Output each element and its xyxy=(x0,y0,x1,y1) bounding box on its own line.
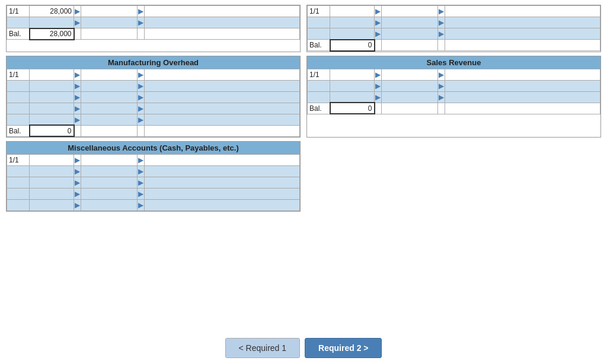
empty-cell xyxy=(445,103,600,114)
empty-cell xyxy=(382,103,438,114)
empty-cell xyxy=(81,80,138,91)
arrow-icon: ▶ xyxy=(138,6,145,17)
empty-cell xyxy=(445,28,600,40)
empty-cell xyxy=(445,91,600,103)
empty-cell xyxy=(81,28,138,40)
date-cell xyxy=(7,91,30,103)
empty-cell xyxy=(145,155,300,166)
bal-row: Bal. 0 xyxy=(308,40,600,51)
arrow-icon: ▶ xyxy=(74,114,81,125)
table-row: ▶ ▶ xyxy=(7,200,300,211)
value-cell xyxy=(30,200,74,211)
arrow-icon: ▶ xyxy=(375,28,382,40)
value-cell xyxy=(30,103,74,114)
empty-cell xyxy=(81,200,138,211)
value-cell xyxy=(330,28,375,40)
value-cell xyxy=(330,91,375,103)
empty-cell xyxy=(145,103,300,114)
value-cell xyxy=(330,80,375,91)
date-cell xyxy=(308,28,330,40)
empty-cell xyxy=(81,91,138,103)
value-cell xyxy=(30,69,74,80)
arrow-icon: ▶ xyxy=(74,189,81,200)
table-row: ▶ ▶ xyxy=(308,17,600,28)
arrow-icon: ▶ xyxy=(74,177,81,189)
bal-row: Bal. 28,000 xyxy=(7,28,300,40)
value-cell xyxy=(330,17,375,28)
bal-value: 0 xyxy=(30,125,74,136)
arrow-icon: ▶ xyxy=(138,166,145,177)
empty-right-panel xyxy=(306,141,601,212)
date-cell xyxy=(7,17,30,28)
arrow-icon: ▶ xyxy=(138,189,145,200)
date-cell xyxy=(7,114,30,125)
empty-cell xyxy=(382,6,438,17)
misc-accounts-account: Miscellaneous Accounts (Cash, Payables, … xyxy=(6,141,301,212)
arrow-icon: ▶ xyxy=(438,17,445,28)
arrow-icon: ▶ xyxy=(438,80,445,91)
empty-cell xyxy=(81,114,138,125)
empty-cell xyxy=(81,189,138,200)
empty-cell xyxy=(81,155,138,166)
date-cell xyxy=(7,189,30,200)
value-cell xyxy=(330,69,375,80)
arrow-icon: ▶ xyxy=(74,80,81,91)
empty-cell xyxy=(145,200,300,211)
empty-cell xyxy=(145,69,300,80)
empty-cell xyxy=(81,103,138,114)
empty-cell xyxy=(81,69,138,80)
table-row: ▶ ▶ xyxy=(7,166,300,177)
table-row: ▶ ▶ xyxy=(308,28,600,40)
value-cell xyxy=(30,189,74,200)
date-cell xyxy=(308,91,330,103)
arrow-icon: ▶ xyxy=(138,80,145,91)
empty-cell xyxy=(74,125,81,136)
table-row: ▶ ▶ xyxy=(308,80,600,91)
table-row: 1/1 ▶ ▶ xyxy=(7,69,300,80)
arrow-icon: ▶ xyxy=(438,91,445,103)
arrow-icon: ▶ xyxy=(138,91,145,103)
table-row: ▶ ▶ xyxy=(7,189,300,200)
table-row: ▶ ▶ xyxy=(7,114,300,125)
table-row: ▶ ▶ xyxy=(7,177,300,189)
empty-cell xyxy=(375,103,382,114)
bal-label: Bal. xyxy=(308,40,330,51)
value-cell xyxy=(330,6,375,17)
arrow-icon: ▶ xyxy=(375,17,382,28)
empty-cell xyxy=(81,17,138,28)
table-row: ▶ ▶ xyxy=(7,91,300,103)
empty-cell xyxy=(81,166,138,177)
arrow-icon: ▶ xyxy=(74,200,81,211)
arrow-icon: ▶ xyxy=(138,200,145,211)
arrow-icon: ▶ xyxy=(138,114,145,125)
arrow-icon: ▶ xyxy=(438,69,445,80)
empty-cell xyxy=(382,69,438,80)
arrow-icon: ▶ xyxy=(375,6,382,17)
empty-cell xyxy=(145,125,300,136)
arrow-icon: ▶ xyxy=(74,91,81,103)
empty-cell xyxy=(145,166,300,177)
next-button[interactable]: Required 2 > xyxy=(305,338,382,358)
empty-cell xyxy=(438,40,445,51)
arrow-icon: ▶ xyxy=(375,91,382,103)
empty-cell xyxy=(445,40,600,51)
arrow-icon: ▶ xyxy=(138,155,145,166)
misc-accounts-header: Miscellaneous Accounts (Cash, Payables, … xyxy=(7,142,300,154)
arrow-icon: ▶ xyxy=(138,103,145,114)
empty-cell xyxy=(81,177,138,189)
empty-cell xyxy=(445,80,600,91)
arrow-icon: ▶ xyxy=(74,69,81,80)
arrow-icon: ▶ xyxy=(438,28,445,40)
empty-cell xyxy=(445,69,600,80)
empty-cell xyxy=(81,125,138,136)
arrow-icon: ▶ xyxy=(138,17,145,28)
arrow-icon: ▶ xyxy=(138,69,145,80)
date-cell xyxy=(7,200,30,211)
prev-button[interactable]: < Required 1 xyxy=(225,338,301,358)
value-cell xyxy=(30,166,74,177)
bal-row: Bal. 0 xyxy=(7,125,300,136)
value-cell xyxy=(30,177,74,189)
date-cell: 1/1 xyxy=(7,6,30,17)
empty-cell xyxy=(145,114,300,125)
table-row: ▶ ▶ xyxy=(7,17,300,28)
